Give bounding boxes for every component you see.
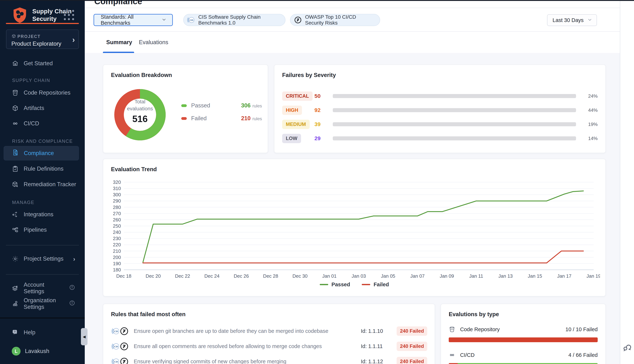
svg-text:220: 220: [113, 242, 121, 248]
sidebar-item-organization-settings[interactable]: Organization Settings: [0, 298, 85, 309]
sidebar-item-label: Help: [24, 329, 36, 336]
tab-evaluations[interactable]: Evaluations: [139, 39, 168, 46]
gear-icon: [12, 255, 19, 262]
rule-rows: CISEnsure open git branches are up to da…: [111, 324, 427, 364]
main-area: Compliance Standards: All Benchmarks CIS…: [85, 0, 620, 364]
card-title: Failures by Severity: [282, 72, 336, 78]
rule-row[interactable]: CISEnsure open git branches are up to da…: [111, 324, 427, 339]
svg-text:190: 190: [113, 261, 121, 266]
filter-bar: Standards: All Benchmarks CIS CIS Softwa…: [85, 8, 620, 32]
benchmark-chip-owasp[interactable]: OWASP Top 10 CI/CD Security Risks: [290, 14, 380, 26]
project-eyebrow: PROJECT: [18, 34, 41, 39]
svg-text:Dec 28: Dec 28: [263, 273, 278, 279]
severity-bar: [333, 94, 576, 98]
benchmark-chip-label: CIS Software Supply Chain Benchmarks 1.0: [198, 14, 279, 26]
sidebar-collapse-handle[interactable]: ◀: [81, 328, 88, 345]
severity-percent: 19%: [583, 122, 598, 127]
svg-text:Dec 24: Dec 24: [204, 273, 219, 279]
app-window: Supply Chain Security PROJECT Product Ex…: [0, 0, 634, 364]
failed-count-badge: 240 Failed: [397, 357, 427, 364]
svg-text:Jan 01: Jan 01: [322, 273, 337, 279]
sidebar-item-get-started[interactable]: Get Started: [0, 58, 85, 68]
rule-id: Id: 1.1.12: [361, 358, 396, 364]
shield-logo-icon: [12, 6, 28, 24]
type-label: CI/CD: [460, 352, 568, 358]
sidebar-item-rule-definitions[interactable]: Rule Definitions: [0, 164, 85, 174]
window-top-edge: [0, 0, 634, 1]
type-progress-bar: [449, 338, 598, 342]
sidebar-item-label: Rule Definitions: [24, 166, 64, 172]
sidebar-section-label: SUPPLY CHAIN: [12, 78, 50, 83]
rule-row[interactable]: CISEnsure verifying signed commits of ne…: [111, 354, 427, 364]
svg-text:CIS: CIS: [114, 345, 118, 348]
pipelines-icon: [12, 226, 19, 233]
sidebar-item-cicd[interactable]: CI/CD: [0, 118, 85, 129]
chevron-down-icon: [587, 17, 592, 23]
card-title: Rules that failed most often: [111, 311, 185, 318]
benchmark-chip-cis[interactable]: CIS CIS Software Supply Chain Benchmarks…: [183, 14, 285, 26]
user-menu[interactable]: L Lavakush: [12, 347, 49, 356]
severity-row-critical: CRITICAL5024%: [282, 90, 598, 102]
standards-dropdown[interactable]: Standards: All Benchmarks: [94, 14, 173, 26]
card-evaluation-breakdown: Evaluation Breakdown Total evaluations 5…: [103, 64, 268, 153]
severity-row-high: HIGH9244%: [282, 104, 598, 116]
project-selector[interactable]: PROJECT Product Exploratory ›: [6, 30, 79, 49]
card-title: Evalutions by type: [449, 311, 499, 318]
org-gear-icon: [12, 300, 19, 307]
sidebar-item-pipelines[interactable]: Pipelines: [0, 225, 85, 235]
legend-item-failed: Failed210rules: [181, 114, 262, 123]
severity-rows: CRITICAL5024%HIGH9244%MEDIUM3919%LOW2914…: [282, 90, 598, 147]
evaluation-donut-chart: Total evaluations 516: [111, 86, 169, 144]
infinity-icon: [12, 120, 19, 127]
sidebar-item-label: Get Started: [24, 60, 53, 67]
chevron-down-icon: [161, 17, 167, 23]
chat-launcher-icon[interactable]: [622, 342, 632, 352]
legend-item-failed: Failed: [362, 282, 389, 288]
owasp-logo-icon: [294, 16, 302, 24]
sidebar-item-label: Compliance: [24, 150, 54, 156]
svg-text:260: 260: [113, 217, 121, 222]
module-grid-icon[interactable]: [64, 10, 75, 20]
svg-text:250: 250: [113, 223, 121, 229]
sidebar: Supply Chain Security PROJECT Product Ex…: [0, 0, 85, 364]
user-name: Lavakush: [25, 348, 49, 354]
card-evaluation-trend: Evaluation Trend 18019020021022023024025…: [103, 159, 606, 296]
donut-legend: Passed306rulesFailed210rules: [181, 101, 262, 127]
svg-text:180: 180: [113, 267, 121, 272]
type-failed-ratio: 4 / 66 Failed: [568, 352, 598, 358]
sidebar-item-artifacts[interactable]: Artifacts: [0, 103, 85, 113]
sidebar-item-compliance[interactable]: Compliance: [4, 146, 79, 160]
severity-count: 39: [314, 121, 333, 128]
severity-row-medium: MEDIUM3919%: [282, 118, 598, 130]
date-range-dropdown[interactable]: Last 30 Days: [547, 14, 597, 26]
sidebar-item-label: Code Repositories: [24, 90, 71, 96]
sidebar-item-account-settings[interactable]: Account Settings: [0, 283, 85, 293]
rule-row[interactable]: CISEnsure all open comments are resolved…: [111, 339, 427, 354]
severity-count: 29: [314, 135, 333, 142]
svg-text:Jan 19: Jan 19: [586, 273, 600, 279]
layers-gear-icon: [12, 285, 19, 292]
severity-badge: CRITICAL: [282, 92, 312, 101]
sidebar-item-integrations[interactable]: Integrations: [0, 209, 85, 220]
sidebar-item-label: Integrations: [24, 211, 53, 218]
severity-count: 92: [314, 107, 333, 113]
chevron-right-icon: ›: [72, 35, 75, 44]
sidebar-item-help[interactable]: ?Help: [0, 327, 85, 338]
svg-text:Dec 18: Dec 18: [116, 273, 131, 279]
type-rows: Code Repository10 / 10 FailedCI/CD4 / 66…: [449, 324, 598, 364]
benchmark-chip-label: OWASP Top 10 CI/CD Security Risks: [305, 14, 374, 26]
card-title: Evaluation Trend: [111, 166, 157, 173]
tab-summary[interactable]: Summary: [106, 39, 132, 46]
severity-bar: [333, 108, 576, 112]
app-logo[interactable]: Supply Chain Security: [12, 6, 72, 24]
rule-text: Ensure open git branches are up to date …: [134, 328, 361, 334]
sidebar-item-code-repositories[interactable]: Code Repositories: [0, 88, 85, 98]
type-row-code-repository: Code Repository10 / 10 Failed: [449, 324, 598, 342]
info-icon: [69, 284, 75, 292]
sidebar-item-label: Pipelines: [24, 226, 47, 233]
svg-text:Dec 20: Dec 20: [146, 273, 161, 279]
cis-logo-icon: CIS: [111, 342, 121, 351]
sidebar-item-remediation-tracker[interactable]: Remediation Tracker: [0, 179, 85, 190]
sidebar-item-project-settings[interactable]: Project Settings›: [0, 254, 85, 264]
standards-dropdown-value: Standards: All Benchmarks: [101, 14, 161, 26]
